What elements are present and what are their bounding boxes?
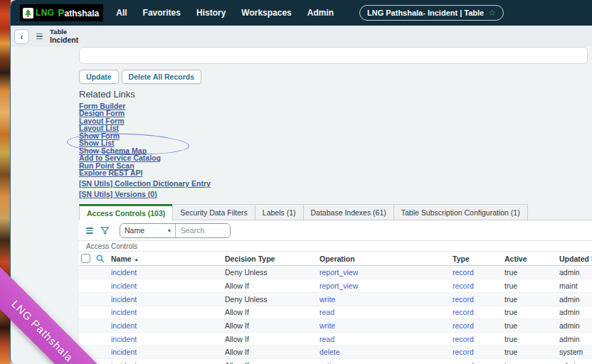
cell-type[interactable]: record — [453, 361, 504, 364]
cell-operation[interactable]: report_view — [319, 268, 453, 277]
cell-type[interactable]: record — [453, 335, 504, 343]
nav-menu: All Favorites History Workspaces Admin — [116, 8, 334, 18]
col-header-name[interactable]: Name▲ — [111, 255, 225, 263]
tab-access-controls[interactable]: Access Controls (103) — [79, 204, 172, 220]
favorite-star-icon[interactable]: ☆ — [488, 9, 496, 17]
cell-updated-by: admin — [559, 308, 592, 316]
cell-operation[interactable]: read — [319, 335, 453, 343]
update-button[interactable]: Update — [79, 70, 119, 84]
cell-type[interactable]: record — [453, 308, 504, 316]
cell-name[interactable]: incident — [111, 361, 225, 364]
tab-security-data-filters[interactable]: Security Data Filters — [172, 204, 255, 220]
filter-funnel-icon[interactable] — [100, 226, 110, 235]
cell-name[interactable]: incident — [111, 268, 225, 277]
cell-updated-by: maint — [559, 282, 592, 290]
table-row: incident Allow If write record true admi… — [79, 359, 592, 364]
cell-name[interactable]: incident — [111, 295, 225, 304]
cell-updated-by: admin — [559, 361, 592, 364]
col-header-operation[interactable]: Operation — [319, 255, 453, 263]
form-context-menu-icon[interactable] — [35, 32, 44, 41]
tab-labels[interactable]: Labels (1) — [255, 204, 303, 220]
col-header-type[interactable]: Type — [453, 255, 504, 263]
cell-updated-by: admin — [559, 268, 592, 277]
cell-type[interactable]: record — [453, 282, 504, 290]
cell-active: true — [504, 308, 559, 316]
cell-type[interactable]: record — [453, 321, 504, 330]
nav-item-all[interactable]: All — [116, 8, 127, 18]
cell-decision-type: Deny Unless — [225, 268, 319, 277]
cell-decision-type: Allow If — [225, 335, 319, 343]
related-link-explore-rest-api[interactable]: Explore REST API — [79, 169, 142, 176]
chevron-down-icon: ▾ — [168, 228, 171, 234]
cell-active: true — [504, 348, 559, 356]
search-icon[interactable] — [96, 255, 105, 263]
cell-active: true — [504, 295, 559, 304]
record-name-label: Incident — [50, 36, 78, 44]
cell-decision-type: Deny Unless — [225, 295, 319, 304]
table-header-row: Name▲ Decision Type Operation Type Activ… — [79, 252, 592, 266]
related-lists-tabbar: Access Controls (103) Security Data Filt… — [79, 204, 592, 220]
list-search-group: Name ▾ — [120, 223, 231, 238]
related-link-sn-utils-dictionary[interactable]: [SN Utils] Collection Dictionary Entry — [79, 180, 211, 187]
form-field-textarea[interactable] — [79, 47, 588, 64]
app-logo[interactable]: LNG Pathshala — [20, 4, 103, 21]
col-header-decision-type[interactable]: Decision Type — [225, 255, 319, 263]
cell-decision-type: Allow If — [225, 361, 319, 364]
main-content: Update Delete All Records Related Links … — [11, 47, 592, 364]
logo-text-rest: athshala — [65, 9, 100, 18]
cell-name[interactable]: incident — [111, 321, 225, 330]
cell-type[interactable]: record — [453, 295, 504, 304]
nav-item-workspaces[interactable]: Workspaces — [241, 8, 291, 18]
browser-window: LNG Pathshala All Favorites History Work… — [10, 0, 592, 364]
table-row: incident Allow If read record true admin — [79, 306, 592, 320]
cell-operation[interactable]: write — [319, 295, 453, 304]
record-header-bar: ‹ Table Incident — [11, 26, 592, 47]
logo-text-p: P — [58, 7, 64, 18]
col-header-updated-by[interactable]: Updated by — [559, 255, 592, 263]
related-links-heading: Related Links — [79, 89, 592, 100]
nav-item-history[interactable]: History — [196, 8, 226, 18]
back-button[interactable]: ‹ — [14, 29, 29, 44]
cell-decision-type: Allow If — [225, 308, 319, 316]
record-type-label: Table — [50, 28, 78, 36]
cell-decision-type: Allow If — [225, 348, 319, 356]
cell-updated-by: system — [559, 348, 592, 356]
tab-table-subscription-configuration[interactable]: Table Subscription Configuration (1) — [393, 204, 528, 220]
cell-operation[interactable]: read — [319, 308, 453, 316]
cell-operation[interactable]: report_view — [319, 282, 453, 290]
cell-decision-type: Allow If — [225, 321, 319, 330]
cell-operation[interactable]: write — [319, 361, 453, 364]
search-field-value: Name — [125, 226, 144, 235]
related-links-list: Form Builder Design Form Layout Form Lay… — [79, 102, 592, 198]
cell-updated-by: admin — [559, 335, 592, 343]
cell-name[interactable]: incident — [111, 348, 225, 356]
cell-type[interactable]: record — [453, 348, 504, 356]
record-title: Table Incident — [50, 28, 78, 45]
sort-asc-icon: ▲ — [134, 257, 139, 262]
context-pill[interactable]: LNG Pathshala- Incident | Table ☆ — [359, 5, 504, 21]
cell-updated-by: admin — [559, 321, 592, 330]
context-pill-label: LNG Pathshala- Incident | Table — [367, 9, 484, 17]
nav-item-admin[interactable]: Admin — [307, 8, 334, 18]
search-field-selector[interactable]: Name ▾ — [120, 224, 176, 237]
cell-operation[interactable]: delete — [319, 348, 453, 356]
top-nav-bar: LNG Pathshala All Favorites History Work… — [11, 0, 592, 26]
list-context-menu-icon[interactable] — [86, 228, 93, 234]
nav-item-favorites[interactable]: Favorites — [143, 8, 181, 18]
table-row: incident Allow If read record true admin — [79, 333, 592, 346]
cell-name[interactable]: incident — [111, 308, 225, 316]
access-controls-list: Name ▾ Access Controls Name▲ Decision Ty… — [79, 220, 592, 364]
list-search-input[interactable] — [176, 224, 230, 237]
table-row: incident Allow If delete record true sys… — [79, 346, 592, 360]
cell-operation[interactable]: write — [319, 321, 453, 330]
col-header-active[interactable]: Active — [504, 255, 559, 263]
cell-active: true — [504, 321, 559, 330]
select-all-checkbox[interactable] — [81, 254, 90, 263]
related-link-sn-utils-versions[interactable]: [SN Utils] Versions (0) — [79, 191, 157, 198]
cell-active: true — [504, 361, 559, 364]
cell-name[interactable]: incident — [111, 335, 225, 343]
cell-type[interactable]: record — [453, 268, 504, 277]
cell-name[interactable]: incident — [111, 282, 225, 290]
tab-database-indexes[interactable]: Database Indexes (61) — [303, 204, 393, 220]
delete-all-records-button[interactable]: Delete All Records — [122, 70, 201, 84]
